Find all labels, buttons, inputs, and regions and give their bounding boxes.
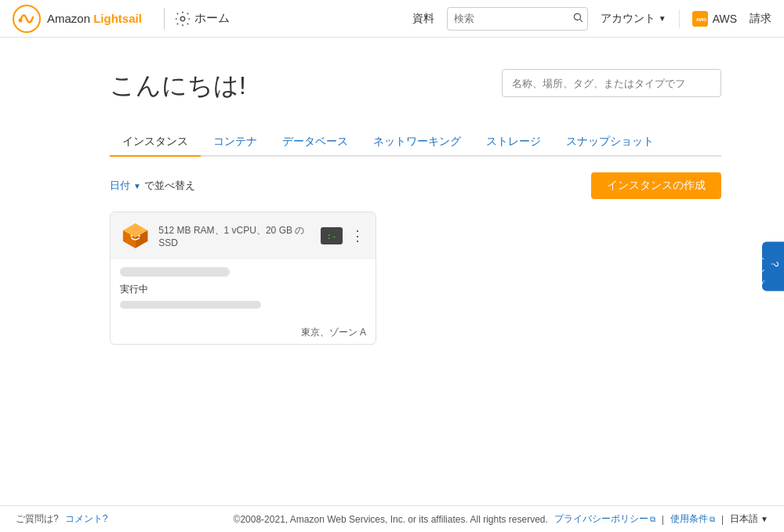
footer: ご質問は? コメント? ©2008-2021, Amazon Web Servi…: [0, 505, 784, 532]
svg-point-1: [19, 18, 23, 22]
create-instance-button[interactable]: インスタンスの作成: [591, 172, 721, 199]
sort-select[interactable]: 日付 ▼: [110, 179, 141, 193]
instance-specs: 512 MB RAM、1 vCPU、20 GB のSSD: [158, 224, 321, 248]
account-label: アカウント: [601, 12, 655, 26]
svg-point-3: [574, 13, 580, 20]
page-header: こんにちは!: [110, 69, 721, 103]
chevron-down-icon: ▼: [659, 14, 666, 23]
tab-containers[interactable]: コンテナ: [201, 128, 270, 155]
chevron-down-icon: ▼: [133, 182, 141, 190]
footer-question: ご質問は?: [16, 512, 59, 526]
resource-search-input[interactable]: [502, 69, 721, 97]
footer-privacy-label: プライバシーポリシー: [554, 512, 648, 526]
external-link-icon-2: ⧉: [710, 515, 715, 524]
header-search-input[interactable]: [447, 7, 588, 31]
card-header-left: 512 MB RAM、1 vCPU、20 GB のSSD: [120, 220, 321, 252]
sort-left: 日付 ▼ で並べ替え: [110, 179, 195, 193]
status-badge: 実行中: [120, 283, 366, 296]
svg-line-4: [580, 20, 583, 22]
footer-terms-link[interactable]: 使用条件 ⧉: [670, 512, 715, 526]
svg-point-2: [180, 16, 185, 21]
card-footer: 東京、ゾーン A: [111, 321, 376, 344]
lightsail-logo-icon: [13, 5, 41, 33]
instance-name-placeholder: [120, 267, 230, 277]
instance-card: 512 MB RAM、1 vCPU、20 GB のSSD :- ⋮ 実行中 東京…: [110, 212, 376, 345]
tab-storage[interactable]: ストレージ: [474, 128, 554, 155]
svg-point-12: [138, 235, 140, 237]
card-body: 実行中: [111, 259, 376, 321]
more-options-button[interactable]: ⋮: [349, 227, 366, 244]
header: Amazon Lightsail ホーム 資料 アカウント ▼: [0, 0, 784, 38]
settings-icon-btn[interactable]: [174, 10, 191, 27]
search-container: [447, 7, 588, 31]
logo: Amazon Lightsail: [13, 5, 142, 33]
aws-logo-icon: AWS: [694, 13, 706, 25]
tab-instances[interactable]: インスタンス: [110, 128, 201, 155]
resources-link[interactable]: 資料: [412, 12, 434, 26]
footer-comment-link[interactable]: コメント?: [65, 512, 108, 526]
footer-copyright: ©2008-2021, Amazon Web Services, Inc. or…: [234, 514, 548, 525]
instance-location: 東京、ゾーン A: [301, 326, 366, 339]
chevron-down-icon: ▼: [760, 515, 768, 523]
sort-bar: 日付 ▼ で並べ替え インスタンスの作成: [110, 172, 721, 199]
svg-text:AWS: AWS: [695, 16, 706, 21]
header-divider: [164, 8, 165, 30]
language-selector[interactable]: 日本語 ▼: [730, 512, 768, 526]
header-right: 資料 アカウント ▼ AWS AWS 請求: [412, 7, 771, 31]
search-icon: [572, 12, 583, 23]
card-actions: :- ⋮: [321, 227, 366, 244]
aws-icon: AWS: [692, 11, 708, 27]
svg-point-11: [131, 235, 132, 237]
external-link-icon: ⧉: [650, 515, 655, 524]
language-label: 日本語: [730, 512, 758, 526]
logo-text: Amazon Lightsail: [47, 12, 142, 25]
terminal-button[interactable]: :-: [321, 227, 343, 244]
page-title: こんにちは!: [110, 69, 246, 103]
tab-databases[interactable]: データベース: [270, 128, 361, 155]
footer-separator: |: [662, 514, 664, 525]
card-header: 512 MB RAM、1 vCPU、20 GB のSSD :- ⋮: [111, 212, 376, 259]
home-nav[interactable]: ホーム: [194, 11, 230, 26]
lightsail-text: Lightsail: [93, 12, 142, 25]
header-search-button[interactable]: [572, 12, 583, 25]
help-icon: ?: [769, 262, 781, 267]
aws-label: AWS: [713, 13, 737, 25]
account-button[interactable]: アカウント ▼: [601, 12, 666, 26]
footer-terms-label: 使用条件: [670, 512, 708, 526]
sort-label: 日付: [110, 179, 130, 193]
sort-suffix: で並べ替え: [144, 179, 195, 193]
help-label: ヘルプ: [754, 249, 766, 283]
main-content: こんにちは! インスタンス コンテナ データベース ネットワーキング ストレージ…: [0, 38, 784, 376]
ip-placeholder: [120, 301, 261, 309]
billing-link[interactable]: 請求: [750, 12, 771, 26]
tab-snapshots[interactable]: スナップショット: [554, 128, 666, 155]
tabs-bar: インスタンス コンテナ データベース ネットワーキング ストレージ スナップショ…: [110, 128, 721, 157]
tab-networking[interactable]: ネットワーキング: [361, 128, 474, 155]
footer-separator-2: |: [721, 514, 724, 525]
gear-icon: [174, 10, 191, 27]
terminal-icon: :-: [326, 231, 336, 241]
footer-left: ご質問は? コメント?: [16, 512, 107, 526]
aws-button[interactable]: AWS AWS: [692, 11, 737, 27]
instance-icon: [120, 220, 151, 252]
footer-privacy-link[interactable]: プライバシーポリシー ⧉: [554, 512, 655, 526]
divider: [679, 9, 680, 28]
footer-right: ©2008-2021, Amazon Web Services, Inc. or…: [234, 512, 768, 526]
help-panel[interactable]: ? ヘルプ: [762, 241, 784, 291]
